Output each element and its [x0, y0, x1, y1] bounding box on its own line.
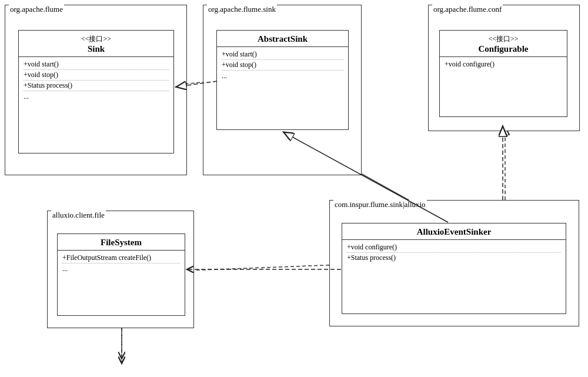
- abstractsink-body: +void start() +void stop() ...: [217, 47, 348, 84]
- class-abstractsink: AbstractSink +void start() +void stop() …: [216, 30, 349, 130]
- sink-method-3: +Status process(): [24, 81, 169, 91]
- class-sink: <<接口>> Sink +void start() +void stop() +…: [18, 30, 174, 154]
- package-inspur: com.inspur.flume.sink|alluxio AlluxioEve…: [329, 200, 579, 326]
- class-configurable: <<接口>> Configurable +void configure(): [439, 30, 567, 117]
- filesystem-ellipsis: ...: [62, 263, 180, 275]
- sink-method-1: +void start(): [24, 59, 169, 70]
- class-sink-header: <<接口>> Sink: [19, 31, 173, 57]
- filesystem-header: FileSystem: [58, 234, 185, 251]
- configurable-method-1: +void configure(): [445, 59, 562, 69]
- package-sink: org.apache.flume.sink AbstractSink +void…: [203, 5, 362, 175]
- configurable-stereotype: <<接口>>: [445, 34, 562, 44]
- configurable-body: +void configure(): [440, 57, 567, 72]
- abstractsink-ellipsis: ...: [222, 71, 343, 82]
- package-alluxio-client: alluxio.client.file FileSystem +FileOutp…: [47, 211, 194, 328]
- diagram-area: Sink (dashed open triangle, arrow pointi…: [0, 0, 588, 377]
- configurable-name: Configurable: [445, 44, 562, 54]
- class-filesystem: FileSystem +FileOutputStream createFile(…: [57, 233, 185, 316]
- alluxio-sinker-header: AlluxioEventSinker: [342, 223, 566, 240]
- abstractsink-method-2: +void stop(): [222, 60, 343, 71]
- abstractsink-method-1: +void start(): [222, 49, 343, 60]
- package-flume: org.apache.flume <<接口>> Sink +void start…: [5, 5, 187, 175]
- sink-ellipsis: ...: [24, 91, 169, 102]
- filesystem-name: FileSystem: [62, 238, 180, 248]
- sink-method-2: +void stop(): [24, 70, 169, 81]
- abstractsink-name: AbstractSink: [222, 34, 343, 44]
- sink-stereotype: <<接口>>: [24, 34, 169, 44]
- configurable-header: <<接口>> Configurable: [440, 31, 567, 57]
- alluxio-sinker-name: AlluxioEventSinker: [347, 227, 561, 237]
- class-alluxio-sinker: AlluxioEventSinker +void configure() +St…: [342, 223, 566, 314]
- package-inspur-label: com.inspur.flume.sink|alluxio: [333, 200, 427, 209]
- package-alluxio-client-label: alluxio.client.file: [51, 211, 106, 220]
- filesystem-body: +FileOutputStream createFile() ...: [58, 251, 185, 277]
- alluxio-sinker-method-1: +void configure(): [347, 242, 561, 253]
- filesystem-method-1: +FileOutputStream createFile(): [62, 253, 180, 263]
- package-conf-label: org.apache.flume.conf: [432, 5, 503, 14]
- package-conf: org.apache.flume.conf <<接口>> Configurabl…: [428, 5, 580, 131]
- sink-name: Sink: [24, 44, 169, 54]
- alluxio-sinker-method-2: +Status process(): [347, 253, 561, 263]
- package-sink-label: org.apache.flume.sink: [207, 5, 277, 14]
- alluxio-to-filesystem-arrow: [186, 265, 341, 271]
- alluxio-sinker-body: +void configure() +Status process(): [342, 240, 566, 265]
- package-flume-label: org.apache.flume: [9, 5, 64, 14]
- abstractsink-header: AbstractSink: [217, 31, 348, 47]
- sink-body: +void start() +void stop() +Status proce…: [19, 57, 173, 105]
